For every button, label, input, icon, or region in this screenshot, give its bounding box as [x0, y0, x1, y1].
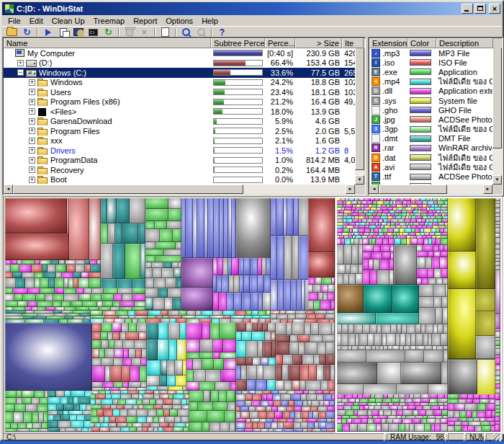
- treemap-cell[interactable]: [37, 301, 53, 307]
- treemap-cell[interactable]: [92, 288, 103, 295]
- tree-row[interactable]: +ProgramData1.0%814.2 MB4,0: [4, 156, 355, 166]
- treemap-cell[interactable]: [174, 427, 184, 432]
- treemap-cell[interactable]: [374, 259, 380, 270]
- resize-grip-icon[interactable]: [492, 433, 500, 441]
- treemap-cell[interactable]: [61, 415, 70, 421]
- treemap-cell[interactable]: [187, 311, 195, 316]
- treemap-cell[interactable]: [213, 402, 228, 411]
- treemap-cell[interactable]: [250, 275, 258, 293]
- treemap-cell[interactable]: [173, 229, 181, 242]
- treemap-cell[interactable]: [181, 417, 189, 424]
- tree-vscroll-thumb[interactable]: [355, 48, 364, 170]
- treemap-cell[interactable]: [348, 324, 354, 334]
- menu-item-options[interactable]: Options: [161, 16, 197, 26]
- treemap-cell[interactable]: [435, 424, 440, 432]
- treemap-cell[interactable]: [160, 376, 167, 387]
- treemap-cell[interactable]: [15, 404, 26, 412]
- treemap-cell[interactable]: [220, 352, 236, 359]
- treemap-cell[interactable]: [417, 252, 428, 257]
- treemap-cell[interactable]: [312, 429, 322, 432]
- extension-row[interactable]: 3.3gpไฟล์มีเดีย ของ GOM(.3gp): [369, 125, 492, 134]
- treemap-cell[interactable]: [495, 266, 500, 270]
- treemap-cell[interactable]: [62, 301, 71, 307]
- treemap-cell[interactable]: [319, 412, 326, 419]
- treemap-cell[interactable]: [223, 311, 236, 316]
- treemap-cell[interactable]: [495, 425, 500, 432]
- treemap-cell[interactable]: [235, 311, 246, 316]
- treemap-cell[interactable]: [32, 265, 42, 272]
- treemap-cell[interactable]: [417, 278, 422, 284]
- tree-row[interactable]: +<Files>18.0%13.9 GB: [4, 107, 355, 117]
- treemap-cell[interactable]: [291, 280, 297, 311]
- treemap-cell[interactable]: [118, 399, 126, 405]
- treemap-cell[interactable]: [121, 394, 132, 399]
- treemap-cell[interactable]: [82, 428, 89, 432]
- treemap-cell[interactable]: [377, 363, 401, 385]
- treemap-cell[interactable]: [363, 324, 370, 334]
- treemap-cell[interactable]: [308, 301, 314, 310]
- treemap-cell[interactable]: [123, 340, 135, 349]
- treemap-cell[interactable]: [265, 422, 271, 429]
- treemap-cell[interactable]: [289, 342, 299, 355]
- treemap-cell[interactable]: [110, 366, 122, 382]
- treemap-cell[interactable]: [236, 429, 245, 432]
- treemap-cell[interactable]: [241, 365, 246, 380]
- treemap-cell[interactable]: [163, 262, 171, 268]
- treemap-cell[interactable]: [377, 270, 390, 285]
- treemap-cell[interactable]: [467, 411, 472, 419]
- treemap-cell[interactable]: [278, 280, 284, 311]
- treemap-cell[interactable]: [250, 412, 258, 419]
- treemap-cell[interactable]: [269, 429, 274, 432]
- treemap-cell[interactable]: [328, 285, 335, 293]
- treemap-cell[interactable]: [101, 244, 113, 279]
- treemap-cell[interactable]: [176, 278, 181, 288]
- treemap-cell[interactable]: [328, 407, 335, 412]
- treemap-cell[interactable]: [330, 401, 334, 407]
- treemap-cell[interactable]: [130, 366, 140, 382]
- treemap-cell[interactable]: [495, 332, 500, 337]
- treemap-cell[interactable]: [32, 412, 39, 422]
- treemap-cell[interactable]: [139, 332, 148, 340]
- treemap-cell[interactable]: [236, 401, 246, 407]
- treemap-cell[interactable]: [374, 334, 382, 346]
- treemap-cell[interactable]: [308, 293, 318, 301]
- treemap-cell[interactable]: [167, 376, 176, 387]
- treemap-cell[interactable]: [168, 288, 181, 298]
- open-folder-button[interactable]: [4, 27, 19, 37]
- treemap-cell[interactable]: [300, 381, 306, 391]
- treemap-cell[interactable]: [108, 332, 113, 340]
- treemap-cell[interactable]: [462, 426, 468, 432]
- treemap-cell[interactable]: [495, 228, 500, 234]
- treemap-cell[interactable]: [296, 314, 307, 319]
- treemap-cell[interactable]: [236, 365, 242, 380]
- treemap-cell[interactable]: [236, 358, 247, 365]
- treemap-cell[interactable]: [40, 398, 48, 404]
- treemap-cell[interactable]: [460, 411, 467, 419]
- treemap-cell[interactable]: [311, 407, 318, 412]
- scroll-left-icon[interactable]: ◄: [369, 185, 379, 194]
- treemap-cell[interactable]: [102, 399, 113, 405]
- treemap-cell[interactable]: [234, 275, 240, 293]
- treemap-cell[interactable]: [337, 245, 344, 265]
- treemap-cell[interactable]: [292, 381, 300, 391]
- treemap-cell[interactable]: [271, 280, 279, 311]
- treemap-cell[interactable]: [267, 412, 275, 419]
- treemap-cell[interactable]: [102, 340, 109, 349]
- treemap-cell[interactable]: [220, 422, 230, 432]
- treemap-cell[interactable]: [361, 419, 368, 424]
- tree-hscroll-thumb[interactable]: [13, 185, 243, 194]
- treemap-cell[interactable]: [196, 311, 202, 316]
- treemap-cell[interactable]: [392, 410, 397, 415]
- treemap-cell[interactable]: [328, 293, 335, 301]
- treemap-cell[interactable]: [417, 257, 426, 269]
- treemap-cell[interactable]: [276, 335, 290, 342]
- treemap-cell[interactable]: [448, 198, 476, 252]
- treemap-cell[interactable]: [76, 288, 84, 295]
- treemap-cell[interactable]: [112, 323, 122, 332]
- treemap-cell[interactable]: [135, 340, 147, 349]
- treemap-cell[interactable]: [313, 285, 321, 293]
- treemap-cell[interactable]: [102, 323, 112, 332]
- treemap-cell[interactable]: [261, 401, 269, 407]
- treemap-cell[interactable]: [145, 209, 169, 221]
- treemap-cell[interactable]: [258, 412, 267, 419]
